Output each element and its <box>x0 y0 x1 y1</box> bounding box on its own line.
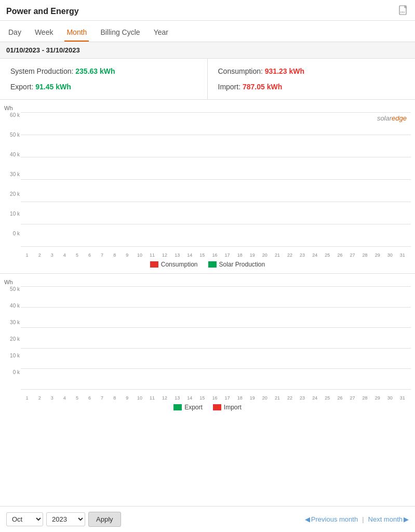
x-label2-27: 27 <box>346 395 358 401</box>
legend-consumption: Consumption <box>150 261 198 268</box>
bottom-controls: JanFebMarApr MayJunJulAug SepOctNovDec 2… <box>0 506 415 532</box>
y-label-20k: 20 k <box>4 191 20 197</box>
apply-button[interactable]: Apply <box>88 512 121 527</box>
x-label2-9: 9 <box>121 395 133 401</box>
x-label2-23: 23 <box>296 395 309 401</box>
x-label-13: 13 <box>171 252 183 258</box>
x-label2-12: 12 <box>158 395 171 401</box>
chart2-ylabel: Wh <box>4 279 411 285</box>
x-label-3: 3 <box>46 252 58 258</box>
x-label-5: 5 <box>71 252 83 258</box>
x-label2-31: 31 <box>396 395 409 401</box>
consumption-row: Consumption: 931.23 kWh <box>218 67 405 75</box>
x-label-24: 24 <box>309 252 321 258</box>
chart1-area: solaredge 60 k 50 k 40 k 30 k 20 k 10 k … <box>4 112 411 258</box>
x-label-16: 16 <box>208 252 221 258</box>
x-label-23: 23 <box>296 252 309 258</box>
import-row: Import: 787.05 kWh <box>218 83 405 91</box>
legend-export-box <box>173 404 182 410</box>
date-controls: JanFebMarApr MayJunJulAug SepOctNovDec 2… <box>6 512 121 527</box>
legend-import: Import <box>213 404 242 411</box>
x-label-12: 12 <box>158 252 171 258</box>
export-label: Export: <box>10 83 33 91</box>
y-label-0k: 0 k <box>4 231 20 236</box>
chart2-area: 50 k 40 k 30 k 20 k 10 k 0 k 12345678910… <box>4 286 411 401</box>
x-label2-24: 24 <box>309 395 321 401</box>
x-label2-1: 1 <box>21 395 33 401</box>
x-label2-15: 15 <box>196 395 208 401</box>
y2-label-30k: 30 k <box>4 320 20 325</box>
chart2-bars <box>21 286 409 389</box>
x-label2-4: 4 <box>58 395 71 401</box>
chart2-legend: Export Import <box>4 401 411 414</box>
csv-icon[interactable]: csv <box>398 5 409 17</box>
legend-solar: Solar Production <box>208 261 265 268</box>
date-range: 01/10/2023 - 31/10/2023 <box>0 42 415 59</box>
month-select[interactable]: JanFebMarApr MayJunJulAug SepOctNovDec <box>6 512 43 526</box>
y2-label-10k: 10 k <box>4 353 20 358</box>
nav-controls: ◀ Previous month | Next month ▶ <box>305 515 409 523</box>
x-label-10: 10 <box>133 252 146 258</box>
consumption-value: 931.23 kWh <box>265 67 304 75</box>
x-label-26: 26 <box>333 252 346 258</box>
tab-month[interactable]: Month <box>64 25 89 42</box>
x-label2-6: 6 <box>83 395 96 401</box>
x-label-15: 15 <box>196 252 208 258</box>
x-label-1: 1 <box>21 252 33 258</box>
x-label-2: 2 <box>33 252 46 258</box>
legend-solar-label: Solar Production <box>219 261 265 268</box>
x-label-4: 4 <box>58 252 71 258</box>
system-production-label: System Production: <box>10 67 73 75</box>
svg-text:csv: csv <box>400 10 405 14</box>
tab-year[interactable]: Year <box>152 25 170 42</box>
tab-day[interactable]: Day <box>6 25 23 42</box>
x-label2-28: 28 <box>359 395 371 401</box>
x-label-21: 21 <box>271 252 284 258</box>
x-label2-29: 29 <box>371 395 384 401</box>
chart2-section: Wh 50 k 40 k 30 k 20 k 10 k 0 k 12345678… <box>0 274 415 416</box>
x-label-25: 25 <box>321 252 333 258</box>
x-label-20: 20 <box>259 252 271 258</box>
x-label2-5: 5 <box>71 395 83 401</box>
legend-import-box <box>213 404 221 410</box>
legend-consumption-label: Consumption <box>161 261 198 268</box>
prev-month-link[interactable]: ◀ Previous month <box>305 515 358 523</box>
x-label2-21: 21 <box>271 395 284 401</box>
x-label2-14: 14 <box>183 395 196 401</box>
x-label-18: 18 <box>234 252 246 258</box>
chart1-section: Wh solaredge 60 k 50 k 40 k 30 k 20 k 10… <box>0 100 415 273</box>
x-label2-20: 20 <box>259 395 271 401</box>
y-label-60k: 60 k <box>4 112 20 118</box>
x-label2-7: 7 <box>96 395 109 401</box>
x-label-9: 9 <box>121 252 133 258</box>
legend-export: Export <box>173 404 203 411</box>
chart1-legend: Consumption Solar Production <box>4 258 411 271</box>
y2-label-50k: 50 k <box>4 286 20 292</box>
y-label-30k: 30 k <box>4 171 20 177</box>
y-label-40k: 40 k <box>4 152 20 157</box>
system-production-value: 235.63 kWh <box>75 67 115 75</box>
export-value: 91.45 kWh <box>35 83 71 91</box>
tab-billing-cycle[interactable]: Billing Cycle <box>98 25 142 42</box>
x-label2-13: 13 <box>171 395 183 401</box>
tab-week[interactable]: Week <box>33 25 56 42</box>
x-label-8: 8 <box>109 252 121 258</box>
year-select[interactable]: 2021202220232024 <box>46 512 85 526</box>
x-label-11: 11 <box>146 252 158 258</box>
import-value: 787.05 kWh <box>243 83 282 91</box>
tabs-bar: Day Week Month Billing Cycle Year <box>0 21 415 42</box>
x-label2-10: 10 <box>133 395 146 401</box>
stat-cell-left: System Production: 235.63 kWh Export: 91… <box>0 59 208 99</box>
consumption-label: Consumption: <box>218 67 263 75</box>
x-label-7: 7 <box>96 252 109 258</box>
x-label-17: 17 <box>221 252 234 258</box>
x-label2-3: 3 <box>46 395 58 401</box>
nav-separator: | <box>362 515 364 523</box>
y2-label-20k: 20 k <box>4 336 20 342</box>
chart1-ylabel: Wh <box>4 105 411 111</box>
x-label2-8: 8 <box>109 395 121 401</box>
chart1-bars <box>21 112 409 246</box>
x-label-27: 27 <box>346 252 358 258</box>
x-label2-18: 18 <box>234 395 246 401</box>
next-month-link[interactable]: Next month ▶ <box>368 515 409 523</box>
